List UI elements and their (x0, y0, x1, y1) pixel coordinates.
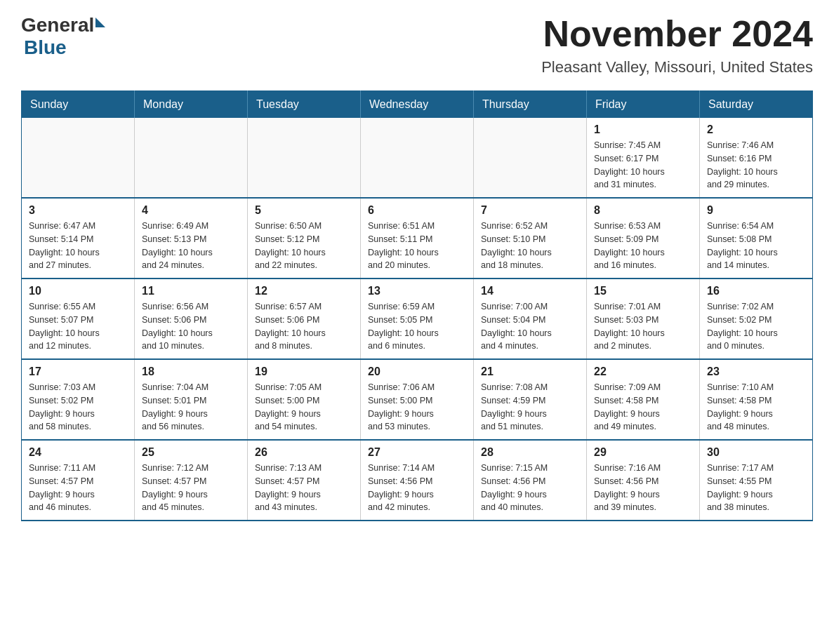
day-info: Sunrise: 7:13 AM Sunset: 4:57 PM Dayligh… (255, 462, 353, 514)
table-row: 26Sunrise: 7:13 AM Sunset: 4:57 PM Dayli… (248, 440, 361, 521)
day-info: Sunrise: 6:51 AM Sunset: 5:11 PM Dayligh… (368, 220, 466, 272)
day-info: Sunrise: 6:52 AM Sunset: 5:10 PM Dayligh… (481, 220, 579, 272)
table-row: 24Sunrise: 7:11 AM Sunset: 4:57 PM Dayli… (22, 440, 135, 521)
day-number: 30 (707, 446, 805, 459)
table-row: 4Sunrise: 6:49 AM Sunset: 5:13 PM Daylig… (135, 198, 248, 279)
table-row: 18Sunrise: 7:04 AM Sunset: 5:01 PM Dayli… (135, 359, 248, 440)
table-row: 8Sunrise: 6:53 AM Sunset: 5:09 PM Daylig… (587, 198, 700, 279)
table-row: 28Sunrise: 7:15 AM Sunset: 4:56 PM Dayli… (474, 440, 587, 521)
day-info: Sunrise: 7:17 AM Sunset: 4:55 PM Dayligh… (707, 462, 805, 514)
table-row: 19Sunrise: 7:05 AM Sunset: 5:00 PM Dayli… (248, 359, 361, 440)
header-tuesday: Tuesday (248, 91, 361, 119)
logo-triangle-icon (95, 18, 105, 27)
day-info: Sunrise: 7:00 AM Sunset: 5:04 PM Dayligh… (481, 300, 579, 353)
table-row: 14Sunrise: 7:00 AM Sunset: 5:04 PM Dayli… (474, 279, 587, 359)
logo-general-text: General (21, 14, 94, 36)
day-info: Sunrise: 6:50 AM Sunset: 5:12 PM Dayligh… (255, 220, 353, 272)
table-row: 16Sunrise: 7:02 AM Sunset: 5:02 PM Dayli… (700, 279, 813, 359)
header-sunday: Sunday (22, 91, 135, 119)
day-number: 12 (255, 285, 353, 297)
header-monday: Monday (135, 91, 248, 119)
calendar-week-row: 17Sunrise: 7:03 AM Sunset: 5:02 PM Dayli… (22, 359, 813, 440)
day-info: Sunrise: 7:14 AM Sunset: 4:56 PM Dayligh… (368, 462, 466, 514)
table-row: 10Sunrise: 6:55 AM Sunset: 5:07 PM Dayli… (22, 279, 135, 359)
table-row: 27Sunrise: 7:14 AM Sunset: 4:56 PM Dayli… (361, 440, 474, 521)
day-info: Sunrise: 7:08 AM Sunset: 4:59 PM Dayligh… (481, 381, 579, 434)
table-row: 3Sunrise: 6:47 AM Sunset: 5:14 PM Daylig… (22, 198, 135, 279)
month-title: November 2024 (541, 14, 813, 54)
day-number: 28 (481, 446, 579, 459)
day-number: 26 (255, 446, 353, 459)
day-info: Sunrise: 7:02 AM Sunset: 5:02 PM Dayligh… (707, 300, 805, 353)
day-info: Sunrise: 7:09 AM Sunset: 4:58 PM Dayligh… (594, 381, 692, 434)
table-row: 13Sunrise: 6:59 AM Sunset: 5:05 PM Dayli… (361, 279, 474, 359)
table-row: 22Sunrise: 7:09 AM Sunset: 4:58 PM Dayli… (587, 359, 700, 440)
header-wednesday: Wednesday (361, 91, 474, 119)
location-title: Pleasant Valley, Missouri, United States (541, 58, 813, 76)
day-number: 10 (29, 285, 127, 297)
table-row: 9Sunrise: 6:54 AM Sunset: 5:08 PM Daylig… (700, 198, 813, 279)
calendar-week-row: 24Sunrise: 7:11 AM Sunset: 4:57 PM Dayli… (22, 440, 813, 521)
day-number: 18 (142, 365, 240, 378)
calendar-week-row: 3Sunrise: 6:47 AM Sunset: 5:14 PM Daylig… (22, 198, 813, 279)
day-number: 21 (481, 365, 579, 378)
header-saturday: Saturday (700, 91, 813, 119)
day-number: 24 (29, 446, 127, 459)
day-info: Sunrise: 7:01 AM Sunset: 5:03 PM Dayligh… (594, 300, 692, 353)
table-row: 11Sunrise: 6:56 AM Sunset: 5:06 PM Dayli… (135, 279, 248, 359)
logo: General Blue (21, 14, 105, 59)
day-number: 27 (368, 446, 466, 459)
calendar-table: Sunday Monday Tuesday Wednesday Thursday… (21, 90, 813, 521)
header: General Blue November 2024 Pleasant Vall… (21, 14, 813, 76)
day-number: 6 (368, 204, 466, 217)
day-number: 7 (481, 204, 579, 217)
header-friday: Friday (587, 91, 700, 119)
day-number: 4 (142, 204, 240, 217)
day-number: 1 (594, 123, 692, 136)
day-number: 8 (594, 204, 692, 217)
day-info: Sunrise: 6:53 AM Sunset: 5:09 PM Dayligh… (594, 220, 692, 272)
day-number: 14 (481, 285, 579, 297)
table-row: 23Sunrise: 7:10 AM Sunset: 4:58 PM Dayli… (700, 359, 813, 440)
table-row: 29Sunrise: 7:16 AM Sunset: 4:56 PM Dayli… (587, 440, 700, 521)
day-number: 16 (707, 285, 805, 297)
day-info: Sunrise: 7:15 AM Sunset: 4:56 PM Dayligh… (481, 462, 579, 514)
day-info: Sunrise: 7:05 AM Sunset: 5:00 PM Dayligh… (255, 381, 353, 434)
day-number: 11 (142, 285, 240, 297)
day-info: Sunrise: 7:16 AM Sunset: 4:56 PM Dayligh… (594, 462, 692, 514)
table-row (135, 118, 248, 198)
day-number: 23 (707, 365, 805, 378)
day-number: 9 (707, 204, 805, 217)
day-info: Sunrise: 7:10 AM Sunset: 4:58 PM Dayligh… (707, 381, 805, 434)
day-info: Sunrise: 7:04 AM Sunset: 5:01 PM Dayligh… (142, 381, 240, 434)
day-number: 22 (594, 365, 692, 378)
day-number: 19 (255, 365, 353, 378)
table-row: 1Sunrise: 7:45 AM Sunset: 6:17 PM Daylig… (587, 118, 700, 198)
day-info: Sunrise: 7:11 AM Sunset: 4:57 PM Dayligh… (29, 462, 127, 514)
day-info: Sunrise: 7:06 AM Sunset: 5:00 PM Dayligh… (368, 381, 466, 434)
day-info: Sunrise: 6:47 AM Sunset: 5:14 PM Dayligh… (29, 220, 127, 272)
day-number: 13 (368, 285, 466, 297)
calendar-week-row: 1Sunrise: 7:45 AM Sunset: 6:17 PM Daylig… (22, 118, 813, 198)
table-row: 12Sunrise: 6:57 AM Sunset: 5:06 PM Dayli… (248, 279, 361, 359)
table-row (248, 118, 361, 198)
header-thursday: Thursday (474, 91, 587, 119)
calendar-week-row: 10Sunrise: 6:55 AM Sunset: 5:07 PM Dayli… (22, 279, 813, 359)
table-row: 20Sunrise: 7:06 AM Sunset: 5:00 PM Dayli… (361, 359, 474, 440)
day-info: Sunrise: 6:55 AM Sunset: 5:07 PM Dayligh… (29, 300, 127, 353)
table-row: 5Sunrise: 6:50 AM Sunset: 5:12 PM Daylig… (248, 198, 361, 279)
table-row: 7Sunrise: 6:52 AM Sunset: 5:10 PM Daylig… (474, 198, 587, 279)
day-info: Sunrise: 6:59 AM Sunset: 5:05 PM Dayligh… (368, 300, 466, 353)
table-row (474, 118, 587, 198)
table-row: 15Sunrise: 7:01 AM Sunset: 5:03 PM Dayli… (587, 279, 700, 359)
table-row: 2Sunrise: 7:46 AM Sunset: 6:16 PM Daylig… (700, 118, 813, 198)
day-number: 15 (594, 285, 692, 297)
logo-blue-text: Blue (24, 36, 67, 58)
day-info: Sunrise: 6:54 AM Sunset: 5:08 PM Dayligh… (707, 220, 805, 272)
table-row (361, 118, 474, 198)
day-info: Sunrise: 7:12 AM Sunset: 4:57 PM Dayligh… (142, 462, 240, 514)
day-number: 2 (707, 123, 805, 136)
day-number: 29 (594, 446, 692, 459)
day-info: Sunrise: 6:56 AM Sunset: 5:06 PM Dayligh… (142, 300, 240, 353)
table-row (22, 118, 135, 198)
